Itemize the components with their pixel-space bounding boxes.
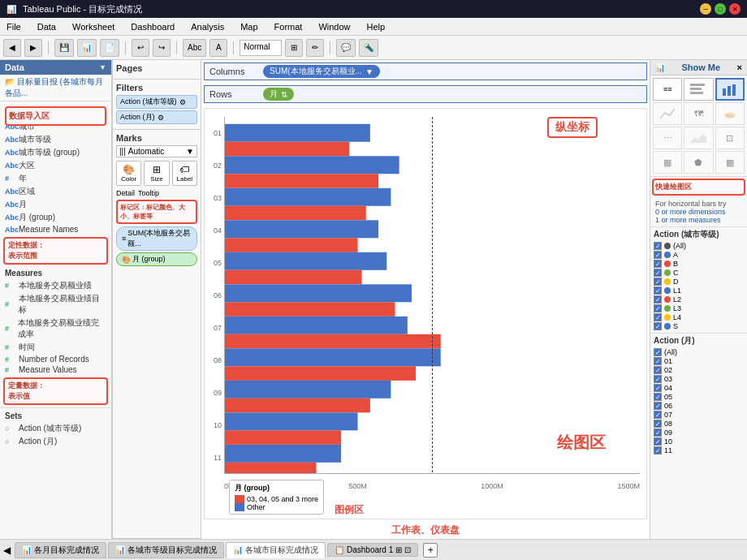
field-measure-names[interactable]: Abc Measure Names: [0, 224, 111, 235]
field-city[interactable]: Abc 城市: [0, 120, 111, 133]
columns-pill[interactable]: SUM(本地服务交易额业... ▼: [263, 65, 380, 78]
marks-color-btn[interactable]: 🎨 Color: [116, 161, 141, 186]
field-records[interactable]: # Number of Records: [0, 354, 111, 364]
cb-city-b[interactable]: ✓: [654, 260, 662, 268]
toolbar-forward[interactable]: ▶: [24, 39, 42, 57]
normal-dropdown[interactable]: Normal: [240, 40, 282, 56]
hint-line3[interactable]: 1 or more measures: [655, 216, 742, 224]
toolbar-new[interactable]: 📄: [100, 39, 119, 57]
cb-month-03[interactable]: ✓: [654, 375, 662, 383]
chart-type-scatter[interactable]: ⋯: [653, 127, 682, 149]
menu-help[interactable]: Help: [364, 20, 389, 33]
toolbar-pencil[interactable]: ✏: [306, 39, 324, 57]
toolbar-back[interactable]: ◀: [3, 39, 21, 57]
chart-type-bubble[interactable]: ⬟: [684, 151, 713, 174]
tab-scroll-left[interactable]: ◀: [3, 545, 11, 556]
hint-line2[interactable]: 0 or more dimensions: [655, 208, 742, 216]
toolbar-font[interactable]: A: [209, 39, 227, 57]
menu-data[interactable]: Data: [34, 20, 59, 33]
field-region[interactable]: Abc 大区: [0, 159, 111, 172]
marks-label-btn[interactable]: 🏷 Label: [172, 161, 197, 186]
chart-type-bar-v-active[interactable]: [715, 78, 745, 101]
chart-type-bar-h[interactable]: [684, 78, 713, 101]
cb-month-07[interactable]: ✓: [654, 411, 662, 419]
new-sheet-button[interactable]: +: [423, 543, 438, 558]
toolbar-fit[interactable]: ⊞: [285, 39, 303, 57]
chart-type-area[interactable]: [684, 127, 713, 149]
cb-month-all[interactable]: ✓: [654, 348, 662, 356]
menu-file[interactable]: File: [3, 20, 24, 33]
chart-type-line[interactable]: [653, 102, 682, 125]
data-source-item[interactable]: 📂 目标量目报 (各城市每月各品...: [0, 75, 111, 101]
filter-city[interactable]: Action (城市等级) ⚙: [116, 95, 197, 109]
cb-city-d[interactable]: ✓: [654, 278, 662, 286]
cb-month-09[interactable]: ✓: [654, 429, 662, 437]
cb-month-10[interactable]: ✓: [654, 437, 662, 446]
cb-month-11[interactable]: ✓: [654, 446, 662, 454]
sum-pill[interactable]: ≡ SUM(本地服务交易额...: [116, 226, 197, 251]
data-panel-toggle[interactable]: ▼: [99, 63, 106, 71]
close-button[interactable]: ✕: [729, 3, 741, 15]
cb-city-all[interactable]: ✓: [654, 242, 662, 250]
cb-month-06[interactable]: ✓: [654, 402, 662, 410]
chart-type-pie[interactable]: 🥧: [715, 102, 745, 125]
cb-month-04[interactable]: ✓: [654, 384, 662, 392]
detail-label[interactable]: Detail: [116, 189, 135, 197]
toolbar-chart[interactable]: 📊: [77, 39, 97, 57]
tab-city[interactable]: 📊 各城市目标完成情况: [226, 542, 326, 558]
cb-city-l4[interactable]: ✓: [654, 313, 662, 321]
cb-month-05[interactable]: ✓: [654, 393, 662, 401]
filter-month[interactable]: Action (月) ⚙: [116, 110, 197, 124]
field-rate[interactable]: # 本地服务交易额业绩完成率: [0, 317, 111, 341]
menu-window[interactable]: Window: [315, 20, 353, 33]
menu-worksheet[interactable]: Worksheet: [69, 20, 118, 33]
tab-city-level[interactable]: 📊 各城市等级目标完成情况: [108, 542, 224, 558]
rows-pill[interactable]: 月 ⇅: [263, 88, 294, 101]
field-target[interactable]: # 本地服务交易额业绩目标: [0, 292, 111, 317]
tab-monthly[interactable]: 📊 各月目标完成情况: [15, 542, 106, 558]
field-city-level[interactable]: Abc 城市等级: [0, 133, 111, 146]
toolbar-abc[interactable]: Abc: [183, 39, 206, 57]
menu-map[interactable]: Map: [237, 20, 261, 33]
chart-type-gantt[interactable]: ▦: [653, 151, 682, 174]
chart-type-heatmap[interactable]: ▩: [715, 151, 745, 174]
toolbar-tooltip[interactable]: 💬: [336, 39, 356, 57]
toolbar-undo[interactable]: ↩: [132, 39, 149, 57]
cb-city-c[interactable]: ✓: [654, 269, 662, 277]
field-month-group[interactable]: Abc 月 (group): [0, 211, 111, 224]
cb-city-s[interactable]: ✓: [654, 322, 662, 330]
chart-type-box[interactable]: ⊡: [715, 127, 745, 149]
field-time[interactable]: # 时间: [0, 341, 111, 354]
marks-size-btn[interactable]: ⊞ Size: [144, 161, 169, 186]
cb-city-l2[interactable]: ✓: [654, 295, 662, 304]
field-year[interactable]: # 年: [0, 172, 111, 185]
month-group-pill[interactable]: 🎨 月 (group): [116, 252, 197, 266]
tooltip-label[interactable]: Tooltip: [138, 189, 159, 197]
cb-city-l3[interactable]: ✓: [654, 304, 662, 312]
cb-city-a[interactable]: ✓: [654, 251, 662, 259]
menu-format[interactable]: Format: [271, 20, 306, 33]
toolbar-redo[interactable]: ↪: [153, 39, 171, 57]
tab-dashboard[interactable]: 📋 Dashboard 1 ⊞ ⊡: [327, 543, 418, 557]
menu-dashboard[interactable]: Dashboard: [127, 20, 178, 33]
field-values[interactable]: # Measure Values: [0, 364, 111, 375]
field-set-city[interactable]: ○ Action (城市等级): [0, 422, 111, 435]
field-zone[interactable]: Abc 区域: [0, 185, 111, 198]
cb-month-08[interactable]: ✓: [654, 420, 662, 428]
chart-type-map[interactable]: 🗺: [684, 102, 713, 125]
chart-type-text[interactable]: ≡≡: [653, 78, 682, 101]
field-perf[interactable]: # 本地服务交易额业绩: [0, 279, 111, 292]
maximize-button[interactable]: □: [715, 3, 726, 15]
marks-type-dropdown[interactable]: ||| Automatic ▼: [116, 145, 197, 157]
field-city-group[interactable]: Abc 城市等级 (group): [0, 146, 111, 159]
field-set-month[interactable]: ○ Action (月): [0, 435, 111, 448]
menu-analysis[interactable]: Analysis: [188, 20, 227, 33]
toolbar-save[interactable]: 💾: [54, 39, 74, 57]
toolbar-highlight[interactable]: 🔦: [359, 39, 378, 57]
cb-city-l1[interactable]: ✓: [654, 286, 662, 295]
field-month[interactable]: Abc 月: [0, 198, 111, 211]
minimize-button[interactable]: ─: [700, 3, 711, 15]
show-me-close[interactable]: ×: [737, 62, 742, 72]
cb-month-01[interactable]: ✓: [654, 357, 662, 365]
cb-month-02[interactable]: ✓: [654, 366, 662, 374]
